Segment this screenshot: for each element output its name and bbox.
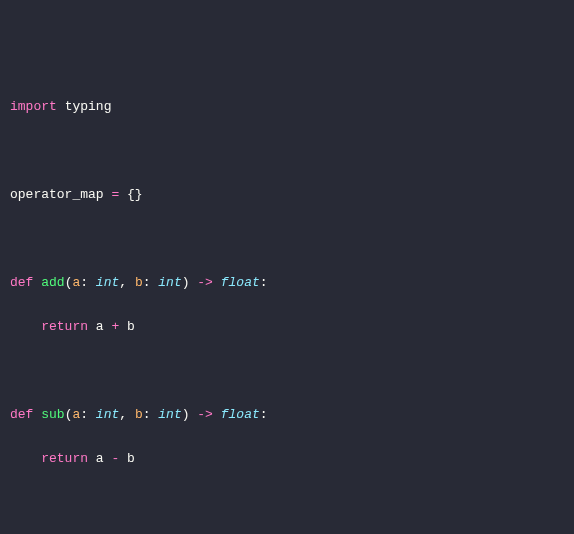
code-line-blank [10,140,564,162]
code-line: return a + b [10,316,564,338]
code-line: def sub(a: int, b: int) -> float: [10,404,564,426]
type-hint: int [158,275,181,290]
module-name: typing [65,99,112,114]
code-line: def add(a: int, b: int) -> float: [10,272,564,294]
code-line-blank [10,492,564,514]
code-line: return a - b [10,448,564,470]
function-name: add [41,275,64,290]
code-line: import typing [10,96,564,118]
braces: {} [127,187,143,202]
code-line-blank [10,360,564,382]
code-editor[interactable]: import typing operator_map = {} def add(… [10,96,564,534]
return-type: float [221,275,260,290]
keyword-return: return [41,319,88,334]
type-hint: int [96,275,119,290]
param: b [135,275,143,290]
code-line: operator_map = {} [10,184,564,206]
code-line-blank [10,228,564,250]
keyword-import: import [10,99,57,114]
identifier: operator_map [10,187,104,202]
keyword-def: def [10,275,33,290]
function-name: sub [41,407,64,422]
